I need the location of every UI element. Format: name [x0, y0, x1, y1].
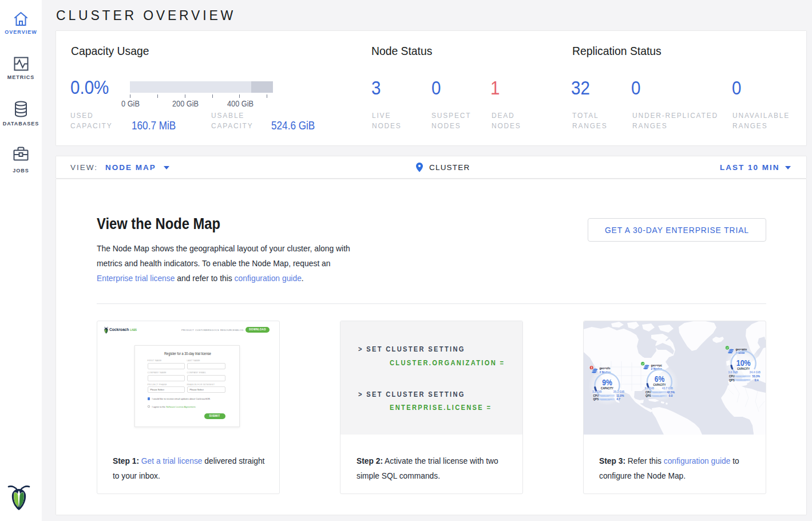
svg-text:QPS: QPS — [645, 394, 651, 397]
svg-text:QPS: QPS — [593, 398, 599, 401]
svg-text:10%: 10% — [736, 358, 751, 368]
svg-text:35.1 GiB: 35.1 GiB — [613, 390, 625, 393]
svg-text:geo=ams: geo=ams — [735, 348, 747, 351]
svg-text:0.0: 0.0 — [669, 394, 673, 397]
svg-text:3.2 GiB: 3.2 GiB — [592, 390, 602, 393]
svg-text:34.4 GiB: 34.4 GiB — [750, 371, 761, 374]
svg-text:43.7 GiB: 43.7 GiB — [662, 387, 674, 390]
svg-text:CAPACITY: CAPACITY — [653, 384, 666, 386]
svg-text:CAPACITY: CAPACITY — [601, 387, 613, 390]
svg-text:geo=nyc: geo=nyc — [651, 364, 663, 367]
svg-text:0.4: 0.4 — [755, 379, 759, 382]
svg-text:9%: 9% — [602, 378, 612, 387]
svg-text:CPU: CPU — [729, 375, 735, 378]
svg-text:6%: 6% — [655, 374, 665, 384]
svg-text:CAPACITY: CAPACITY — [737, 368, 750, 370]
svg-text:53.3%: 53.3% — [752, 375, 760, 378]
svg-text:geo=sfo: geo=sfo — [600, 366, 611, 370]
svg-text:42.5%: 42.5% — [667, 391, 675, 394]
svg-text:CPU: CPU — [593, 394, 599, 397]
svg-text:11.0%: 11.0% — [616, 394, 624, 397]
svg-text:3.7 GiB: 3.7 GiB — [644, 387, 654, 390]
svg-text:4.7: 4.7 — [616, 398, 620, 401]
svg-text:QPS: QPS — [729, 379, 735, 382]
svg-text:3.6 GiB: 3.6 GiB — [728, 371, 738, 374]
svg-text:CPU: CPU — [645, 391, 651, 394]
